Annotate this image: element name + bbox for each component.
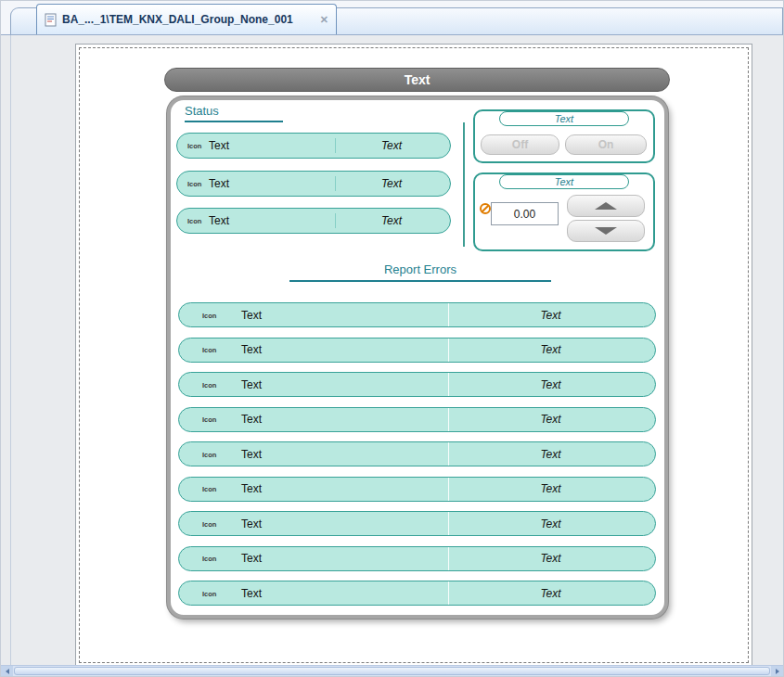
template-title: Text [405, 72, 431, 87]
status-row[interactable]: Icon Text Text [176, 208, 451, 234]
report-value: Text [448, 343, 653, 356]
status-value: Text [335, 214, 448, 227]
document-tab[interactable]: BA_..._1\TEM_KNX_DALI_Group_None_001 ✕ [36, 4, 337, 34]
status-label: Text [209, 139, 229, 152]
report-label: Text [241, 343, 262, 356]
off-button[interactable]: Off [481, 134, 559, 155]
report-row[interactable]: Icon Text Text [178, 302, 656, 327]
status-row[interactable]: Icon Text Text [176, 133, 451, 159]
report-row[interactable]: Icon Text Text [178, 477, 656, 502]
switch-group-label: Text [499, 111, 629, 126]
report-value: Text [448, 309, 653, 322]
design-page: Text Status Icon Text Text Icon Text Tex… [75, 44, 752, 667]
tab-title: BA_..._1\TEM_KNX_DALI_Group_None_001 [62, 13, 293, 26]
report-label: Text [241, 378, 262, 391]
scrollbar-thumb[interactable] [14, 667, 770, 675]
report-label: Text [241, 482, 262, 495]
scroll-right-arrow[interactable] [771, 666, 783, 676]
report-label: Text [241, 587, 262, 600]
no-entry-slash [482, 205, 489, 212]
report-label: Text [241, 413, 262, 426]
icon-placeholder-label: Icon [202, 380, 216, 389]
report-row[interactable]: Icon Text Text [178, 581, 656, 606]
canvas-left-border [10, 35, 11, 665]
icon-placeholder-label: Icon [202, 450, 216, 458]
document-icon [45, 13, 57, 27]
report-label: Text [241, 517, 262, 530]
template-frame: Status Icon Text Text Icon Text Text Ico… [167, 96, 668, 619]
icon-placeholder-label: Icon [202, 415, 216, 424]
report-value: Text [448, 448, 653, 461]
value-group-label: Text [499, 174, 629, 189]
scroll-left-arrow[interactable] [1, 666, 13, 676]
value-input[interactable] [491, 202, 559, 225]
spin-up-button[interactable] [567, 195, 645, 217]
report-value: Text [448, 517, 653, 530]
status-heading: Status [185, 104, 283, 122]
on-button[interactable]: On [565, 134, 647, 155]
report-row[interactable]: Icon Text Text [178, 372, 656, 397]
report-value: Text [448, 482, 653, 495]
report-value: Text [448, 552, 653, 565]
icon-placeholder-label: Icon [202, 589, 216, 597]
report-value: Text [448, 413, 653, 426]
icon-placeholder-label: Icon [187, 142, 201, 150]
report-label: Text [241, 552, 262, 565]
value-group[interactable]: Text [473, 172, 655, 251]
switch-group[interactable]: Text Off On [473, 109, 655, 163]
report-row[interactable]: Icon Text Text [178, 338, 656, 363]
status-label: Text [209, 177, 229, 190]
icon-placeholder-label: Icon [202, 485, 216, 493]
icon-placeholder-label: Icon [202, 519, 216, 528]
report-row[interactable]: Icon Text Text [178, 441, 656, 466]
icon-placeholder-label: Icon [187, 180, 201, 188]
report-label: Text [241, 309, 262, 322]
icon-placeholder-label: Icon [202, 555, 216, 563]
icon-placeholder-label: Icon [202, 346, 216, 354]
template-title-bar[interactable]: Text [164, 68, 670, 92]
down-arrow-icon [595, 227, 617, 235]
status-value: Text [335, 177, 448, 190]
tab-close-icon[interactable]: ✕ [320, 15, 328, 25]
horizontal-scrollbar[interactable] [1, 665, 783, 676]
report-errors-heading: Report Errors [289, 262, 551, 282]
report-value: Text [448, 587, 653, 600]
design-canvas: Text Status Icon Text Text Icon Text Tex… [1, 34, 783, 665]
app-window: BA_..._1\TEM_KNX_DALI_Group_None_001 ✕ T… [0, 0, 784, 677]
icon-placeholder-label: Icon [202, 311, 216, 319]
section-divider [463, 122, 465, 247]
no-entry-icon [480, 203, 491, 214]
report-row[interactable]: Icon Text Text [178, 511, 656, 536]
left-arrow-icon [6, 669, 9, 674]
report-label: Text [241, 448, 262, 461]
right-arrow-icon [776, 669, 779, 674]
report-row[interactable]: Icon Text Text [178, 546, 656, 571]
report-value: Text [448, 378, 653, 391]
status-label: Text [209, 214, 229, 227]
spin-down-button[interactable] [567, 220, 645, 242]
report-row[interactable]: Icon Text Text [178, 407, 656, 432]
up-arrow-icon [595, 202, 617, 210]
icon-placeholder-label: Icon [187, 217, 201, 225]
status-row[interactable]: Icon Text Text [176, 171, 451, 197]
status-value: Text [335, 139, 448, 152]
